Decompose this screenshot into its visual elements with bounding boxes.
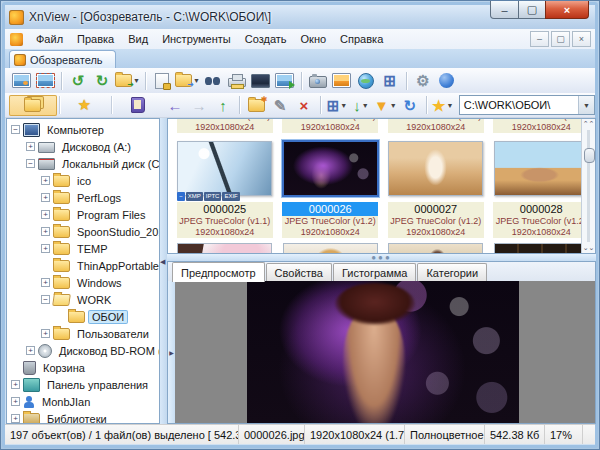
tree-expander-icon[interactable]: + xyxy=(41,227,50,236)
forward-button[interactable]: → xyxy=(188,94,210,116)
scroll-up-icon[interactable]: ⌃⌃ xyxy=(583,119,595,129)
menu-item-5[interactable]: Окно xyxy=(294,31,334,47)
tree-expander-icon[interactable]: + xyxy=(11,380,20,389)
thumbnail-image[interactable] xyxy=(388,141,483,196)
print-button[interactable] xyxy=(226,70,248,92)
tree-expander-icon[interactable]: + xyxy=(41,329,50,338)
favorites-star-button[interactable]: ★▼ xyxy=(432,94,454,116)
rotate-left-button[interactable]: ↺ xyxy=(67,70,89,92)
thumbnail-image[interactable] xyxy=(494,243,589,254)
thumbnail-cell[interactable]: −XMPIPTCEXIF0000025JPEG TrueColor (v1.1)… xyxy=(173,139,277,238)
tree-expander-icon[interactable]: + xyxy=(41,193,50,202)
tree-expander-icon[interactable]: + xyxy=(41,278,50,287)
rotate-right-button[interactable]: ↻ xyxy=(91,70,113,92)
tree-item-7[interactable]: +TEMP xyxy=(7,240,159,257)
tree-item-10[interactable]: −WORK xyxy=(7,291,159,308)
tree-item-16[interactable]: +MonbJIan xyxy=(7,393,159,410)
maximize-button[interactable]: ▢ xyxy=(519,1,545,19)
tree-expander-icon[interactable]: + xyxy=(11,414,20,423)
tree-expander-icon[interactable]: + xyxy=(11,397,20,406)
menu-item-4[interactable]: Создать xyxy=(238,31,294,47)
path-dropdown-icon[interactable]: ▼ xyxy=(578,96,594,114)
thumbnail-cell-partial[interactable]: JPEG TrueColor (v1.2)1920x1080x24 xyxy=(384,119,488,136)
fullscreen-button[interactable] xyxy=(34,70,56,92)
thumbnail-cell-partial[interactable] xyxy=(173,243,277,254)
contact-sheet-button[interactable]: ⊞ xyxy=(379,70,401,92)
search-button[interactable] xyxy=(202,70,224,92)
tree-item-9[interactable]: +Windows xyxy=(7,274,159,291)
mdi-restore-button[interactable]: ▢ xyxy=(551,31,570,47)
preview-tab-3[interactable]: Категории xyxy=(417,263,487,281)
file-properties-button[interactable] xyxy=(151,70,173,92)
settings-button[interactable]: ⚙ xyxy=(412,70,434,92)
capture-button[interactable] xyxy=(307,70,329,92)
path-combobox[interactable]: C:\WORK\ОБОИ\ ▼ xyxy=(459,95,595,115)
tree-item-2[interactable]: −Локальный диск (C:) xyxy=(7,155,159,172)
thumbnail-cell-partial[interactable]: JPEG TrueColor (v1.2)1920x1080x24 xyxy=(490,119,594,136)
thumbnail-cell[interactable]: 0000026JPEG TrueColor (v1.2)1920x1080x24 xyxy=(279,139,383,238)
tree-item-6[interactable]: +SpoonStudio_2011 xyxy=(7,223,159,240)
menu-item-6[interactable]: Справка xyxy=(333,31,390,47)
tree-item-3[interactable]: +ico xyxy=(7,172,159,189)
preview-tab-0[interactable]: Предпросмотр xyxy=(172,262,265,282)
open-with-button[interactable]: ▼ xyxy=(175,70,200,92)
new-folder-button[interactable] xyxy=(245,94,267,116)
tree-item-8[interactable]: ThinAppPortable xyxy=(7,257,159,274)
thumbnail-scrollbar[interactable]: ⌃⌃ ⌄⌄ xyxy=(581,119,595,253)
view-mode-button[interactable]: ⊞▼ xyxy=(326,94,348,116)
scrollbar-track[interactable] xyxy=(587,130,590,242)
up-button[interactable]: ↑ xyxy=(212,94,234,116)
tree-item-4[interactable]: +PerfLogs xyxy=(7,189,159,206)
menu-item-1[interactable]: Правка xyxy=(70,31,121,47)
thumbnail-cell-partial[interactable]: JPEG TrueColor (v1.2)1920x1080x24 xyxy=(173,119,277,136)
mdi-minimize-button[interactable]: – xyxy=(530,31,549,47)
menu-item-0[interactable]: Файл xyxy=(29,31,70,47)
tree-expander-icon[interactable]: + xyxy=(41,176,50,185)
tree-expander-icon[interactable]: − xyxy=(11,125,20,134)
compare-button[interactable] xyxy=(250,70,272,92)
preview-image[interactable] xyxy=(247,281,519,423)
mdi-close-button[interactable]: × xyxy=(572,31,591,47)
vertical-splitter[interactable]: ◀ xyxy=(160,118,167,424)
tree-expander-icon[interactable]: + xyxy=(41,244,50,253)
about-button[interactable] xyxy=(436,70,458,92)
slideshow-button[interactable] xyxy=(274,70,296,92)
preview-collapse-handle[interactable]: ▶ xyxy=(168,281,175,423)
thumbnail-image[interactable] xyxy=(283,243,378,254)
preview-tab-1[interactable]: Свойства xyxy=(266,263,332,281)
thumbnail-cell[interactable]: 0000027JPEG TrueColor (v1.2)1920x1080x24 xyxy=(384,139,488,238)
tree-item-12[interactable]: +Пользователи xyxy=(7,325,159,342)
menu-item-2[interactable]: Вид xyxy=(121,31,155,47)
minimize-button[interactable]: – xyxy=(490,1,519,19)
back-button[interactable]: ← xyxy=(164,94,186,116)
thumbnail-cell-partial[interactable] xyxy=(384,243,488,254)
thumbnail-image[interactable] xyxy=(177,243,272,254)
scroll-down-icon[interactable]: ⌄⌄ xyxy=(583,243,595,253)
menu-item-3[interactable]: Инструменты xyxy=(155,31,238,47)
tree-item-0[interactable]: −Компьютер xyxy=(7,121,159,138)
thumbnail-cell-partial[interactable] xyxy=(279,243,383,254)
favorites-panel-button[interactable] xyxy=(62,95,110,116)
tree-expander-icon[interactable]: + xyxy=(26,346,35,355)
tab-browser[interactable]: Обозреватель xyxy=(9,50,116,68)
tree-item-14[interactable]: Корзина xyxy=(7,359,159,376)
edit-button[interactable]: ✎ xyxy=(269,94,291,116)
refresh-button[interactable]: ↻ xyxy=(399,94,421,116)
thumbnail-image[interactable] xyxy=(282,140,379,197)
close-button[interactable]: × xyxy=(545,1,589,19)
tree-item-5[interactable]: +Program Files xyxy=(7,206,159,223)
tree-item-15[interactable]: +Панель управления xyxy=(7,376,159,393)
thumbnail-image[interactable] xyxy=(388,243,483,254)
filter-button[interactable]: ▼▼ xyxy=(374,94,397,116)
view-image-button[interactable] xyxy=(10,70,32,92)
tree-expander-icon[interactable]: − xyxy=(26,159,35,168)
web-service-button[interactable] xyxy=(355,70,377,92)
tree-item-17[interactable]: +Библиотеки xyxy=(7,410,159,424)
tree-expander-icon[interactable]: + xyxy=(26,142,35,151)
convert-button[interactable]: ▼ xyxy=(115,70,140,92)
horizontal-splitter[interactable]: ●●● xyxy=(167,254,596,261)
path-value[interactable]: C:\WORK\ОБОИ\ xyxy=(460,99,578,111)
tree-expander-icon[interactable]: − xyxy=(41,295,50,304)
delete-button[interactable]: × xyxy=(293,94,315,116)
tree-item-11[interactable]: ОБОИ xyxy=(7,308,159,325)
